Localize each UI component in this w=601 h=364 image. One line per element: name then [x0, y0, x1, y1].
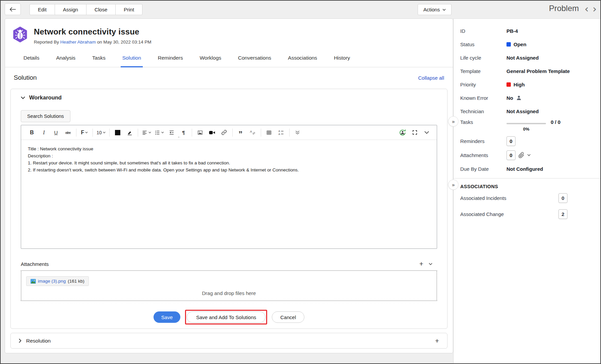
associated-incidents-row: Associated Incidents 0 [454, 191, 600, 205]
fullscreen-icon[interactable] [410, 128, 419, 138]
add-resolution-icon[interactable]: + [435, 337, 439, 345]
details-sidebar: » » ID PB-4 Status Open Life cycle Not A… [453, 18, 600, 363]
text-direction-icon[interactable]: ¶← [179, 128, 188, 138]
chevron-down-icon[interactable] [527, 154, 531, 156]
collapse-all-link[interactable]: Collapse all [418, 75, 444, 81]
field-label: Life cycle [460, 55, 506, 61]
insert-video-icon[interactable] [208, 128, 217, 138]
tab-details[interactable]: Details [15, 49, 48, 67]
tab-tasks[interactable]: Tasks [84, 49, 114, 67]
font-family-label: F [81, 130, 84, 136]
field-life-cycle: Life cycle Not Assigned [454, 51, 600, 64]
highlight-icon[interactable] [125, 128, 134, 138]
add-attachment-icon[interactable]: + [419, 261, 423, 267]
font-size-dropdown[interactable]: 10 [97, 128, 106, 138]
field-label: Technician [460, 108, 506, 114]
workaround-title: Workaround [29, 94, 62, 101]
tab-conversations[interactable]: Conversations [230, 49, 280, 67]
tab-solution[interactable]: Solution [114, 49, 149, 67]
associations-collapse-handle[interactable]: » [448, 179, 459, 190]
person-icon[interactable] [516, 95, 522, 101]
clear-format-icon[interactable]: A [248, 128, 257, 138]
back-button[interactable] [5, 3, 21, 15]
insert-table-icon[interactable] [265, 128, 274, 138]
cancel-button[interactable]: Cancel [272, 311, 304, 323]
resolution-panel[interactable]: Resolution + [10, 333, 447, 349]
problem-detail-page: Edit Assign Close Print Actions Problem … [0, 0, 601, 364]
field-value: No [506, 95, 513, 101]
reporter-link[interactable]: Heather Abraham [60, 40, 96, 45]
tab-worklogs[interactable]: Worklogs [191, 49, 230, 67]
field-label: Reminders [460, 138, 506, 144]
associations-heading: ASSOCIATIONS [454, 178, 600, 189]
field-value: General Problem Template [506, 68, 570, 74]
field-value: Not Assigned [506, 55, 539, 61]
field-tasks: Tasks 0 / 0 0% [454, 118, 600, 134]
tab-analysis[interactable]: Analysis [48, 49, 84, 67]
outdent-icon[interactable] [167, 128, 176, 138]
toolbar-divider [76, 129, 76, 137]
main-card: Network connectivity issue Reported By H… [5, 18, 453, 353]
actions-dropdown-button[interactable]: Actions [418, 4, 452, 15]
associated-change-count[interactable]: 2 [558, 209, 567, 219]
insert-link-icon[interactable] [220, 128, 229, 138]
assign-button[interactable]: Assign [55, 4, 86, 15]
editor-content[interactable]: Title : Network connectivity issue Descr… [21, 140, 437, 248]
field-value: Open [514, 42, 526, 47]
actions-label: Actions [423, 7, 440, 12]
tab-associations[interactable]: Associations [280, 49, 325, 67]
chevron-down-icon[interactable] [429, 263, 432, 265]
underline-icon[interactable]: U [52, 128, 60, 138]
save-and-add-to-solutions-button[interactable]: Save and Add To Solutions [187, 311, 265, 323]
previous-record-icon[interactable]: ‹ [583, 3, 590, 15]
toolbar-divider [232, 129, 233, 137]
edit-button[interactable]: Edit [29, 4, 55, 15]
svg-text:A: A [279, 133, 280, 135]
chevron-down-icon [103, 132, 106, 133]
workaround-footer: Save Save and Add To Solutions Cancel [21, 310, 437, 324]
file-dropzone[interactable]: image (3).png (161 kb) Drag and drop fil… [21, 270, 437, 301]
action-button-group: Edit Assign Close Print [29, 4, 142, 15]
font-color-icon[interactable] [113, 128, 122, 138]
save-button[interactable]: Save [154, 311, 180, 323]
associated-incidents-count[interactable]: 0 [558, 193, 567, 203]
svg-text:A: A [279, 130, 280, 133]
field-id: ID PB-4 [454, 24, 600, 38]
bold-icon[interactable]: B [27, 128, 36, 138]
tab-history[interactable]: History [325, 49, 358, 67]
attachments-label: Attachments [21, 261, 49, 267]
attachment-file-link[interactable]: image (3).png [38, 279, 66, 284]
field-status: Status Open [454, 38, 600, 51]
collapse-toolbar-icon[interactable] [422, 128, 431, 138]
more-tools-icon[interactable] [293, 128, 302, 138]
reminders-count-badge[interactable]: 0 [506, 136, 516, 146]
checklist-icon[interactable]: AA [277, 128, 286, 138]
chevron-down-icon [21, 96, 25, 99]
chevron-down-icon [148, 132, 151, 133]
editor-line: Description : [28, 152, 430, 159]
attachment-file-size: (161 kb) [68, 279, 84, 284]
attachments-count-badge[interactable]: 0 [506, 150, 516, 160]
next-record-icon[interactable]: › [591, 3, 598, 15]
font-family-icon[interactable]: F [80, 128, 89, 138]
zia-assist-icon[interactable] [398, 128, 407, 138]
print-button[interactable]: Print [115, 4, 142, 15]
field-label: Tasks [460, 119, 506, 125]
insert-image-icon[interactable] [196, 128, 204, 138]
italic-icon[interactable]: I [40, 128, 48, 138]
close-button[interactable]: Close [86, 4, 116, 15]
strikethrough-icon[interactable]: abc [64, 128, 72, 138]
paperclip-icon[interactable] [518, 152, 525, 158]
attachment-chip[interactable]: image (3).png (161 kb) [26, 276, 89, 286]
search-solutions-button[interactable]: Search Solutions [21, 110, 70, 122]
workaround-header[interactable]: Workaround [21, 94, 437, 101]
tab-reminders[interactable]: Reminders [149, 49, 191, 67]
reported-line: Reported By Heather Abraham on May 30, 2… [34, 40, 152, 45]
sidebar-collapse-handle[interactable]: » [448, 116, 459, 127]
align-icon[interactable] [142, 128, 151, 138]
blockquote-icon[interactable]: ” [236, 128, 245, 138]
title-block: Network connectivity issue Reported By H… [34, 26, 152, 45]
svg-text:A: A [250, 130, 252, 133]
field-label: Priority [460, 82, 506, 87]
bullet-list-icon[interactable] [155, 128, 164, 138]
